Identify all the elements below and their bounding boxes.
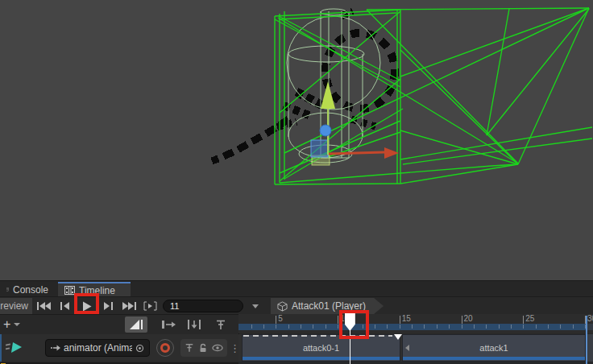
gizmo-xy-plane-handle[interactable] bbox=[311, 140, 328, 157]
pin-markers-button[interactable] bbox=[209, 316, 232, 333]
timeline-end-marker-line[interactable] bbox=[586, 316, 587, 364]
ruler-frame-label: 30 bbox=[587, 314, 593, 323]
tab-console[interactable]: Console bbox=[0, 282, 55, 297]
go-to-start-icon bbox=[37, 301, 51, 311]
clip-attack1[interactable]: attack1 bbox=[402, 334, 586, 362]
scene-view[interactable] bbox=[0, 0, 593, 281]
next-frame-button[interactable] bbox=[98, 298, 118, 314]
frame-settings-dropdown[interactable] bbox=[248, 298, 263, 314]
timeline-duration-band bbox=[238, 324, 593, 330]
previous-frame-button[interactable] bbox=[55, 298, 74, 314]
track-color-strip bbox=[0, 334, 2, 362]
ruler-frame-label: 25 bbox=[525, 314, 534, 323]
scene-wireframe-canvas bbox=[0, 0, 593, 281]
track-object-name: animator (Animator) bbox=[64, 342, 132, 354]
record-icon bbox=[160, 343, 170, 353]
track-object-field[interactable]: animator (Animator) bbox=[45, 339, 150, 357]
play-range-icon bbox=[143, 301, 157, 311]
tab-console-label: Console bbox=[13, 284, 48, 296]
eye-icon[interactable] bbox=[212, 343, 223, 353]
dropdown-caret-icon bbox=[14, 323, 20, 326]
highlight-box-playhead bbox=[339, 310, 369, 339]
next-frame-icon bbox=[104, 301, 113, 311]
play-range-button[interactable] bbox=[140, 298, 160, 314]
timeline-tracks-area: animator (Animator) ⋮ attack0-1 attack1 bbox=[0, 333, 593, 364]
object-picker-icon[interactable] bbox=[135, 344, 144, 353]
current-frame-input[interactable]: 11 bbox=[163, 300, 243, 312]
add-track-button[interactable]: + bbox=[3, 316, 20, 333]
pin-icon[interactable] bbox=[185, 343, 194, 353]
gizmo-center-handle[interactable] bbox=[320, 125, 331, 136]
dropdown-caret-icon bbox=[252, 304, 259, 308]
highlight-box-play-button bbox=[74, 293, 99, 314]
animator-icon bbox=[51, 344, 60, 352]
cube-icon bbox=[277, 301, 288, 312]
clip-ease-in-marker bbox=[405, 345, 409, 351]
preview-label: review bbox=[0, 300, 28, 312]
clip-label: attack1 bbox=[479, 343, 508, 353]
animation-track-header[interactable]: animator (Animator) ⋮ bbox=[0, 334, 238, 362]
kebab-menu-icon[interactable]: ⋮ bbox=[230, 337, 238, 358]
clip-selection-stripe bbox=[243, 357, 400, 360]
track-lane[interactable]: attack0-1 attack1 bbox=[238, 334, 593, 362]
record-button[interactable] bbox=[156, 339, 174, 357]
preview-toggle-button[interactable]: review bbox=[0, 298, 32, 314]
clip-label: attack0-1 bbox=[303, 343, 339, 353]
timeline-ruler[interactable]: 51015202530 bbox=[238, 314, 593, 333]
mix-mode-icon bbox=[129, 319, 143, 330]
ruler-frame-label: 5 bbox=[278, 314, 283, 323]
clip-attack0-1[interactable]: attack0-1 bbox=[242, 334, 400, 362]
unity-editor-window: Console Timeline review bbox=[0, 0, 593, 364]
go-to-end-icon bbox=[122, 301, 136, 311]
animation-track-icon bbox=[5, 340, 24, 356]
replace-mode-button[interactable] bbox=[183, 316, 205, 333]
clip-recorded-dash-line bbox=[243, 335, 392, 337]
console-icon bbox=[6, 285, 9, 294]
track-button-group bbox=[180, 339, 227, 357]
ruler-frame-label: 20 bbox=[464, 314, 473, 323]
gizmo-x-axis[interactable] bbox=[329, 152, 384, 154]
previous-frame-icon bbox=[60, 301, 69, 311]
ruler-frame-label: 15 bbox=[402, 314, 411, 323]
clip-selection-stripe bbox=[403, 357, 585, 360]
ripple-mode-icon bbox=[161, 320, 176, 329]
ripple-mode-button[interactable] bbox=[157, 316, 180, 333]
replace-mode-icon bbox=[187, 320, 201, 329]
lock-icon[interactable] bbox=[198, 343, 208, 353]
go-to-start-button[interactable] bbox=[34, 298, 53, 314]
plus-icon: + bbox=[3, 318, 10, 331]
pin-icon bbox=[215, 320, 226, 330]
go-to-end-button[interactable] bbox=[119, 298, 139, 314]
clip-blend-marker[interactable] bbox=[394, 334, 402, 340]
mix-mode-button[interactable] bbox=[125, 316, 147, 333]
current-frame-value: 11 bbox=[170, 301, 179, 311]
